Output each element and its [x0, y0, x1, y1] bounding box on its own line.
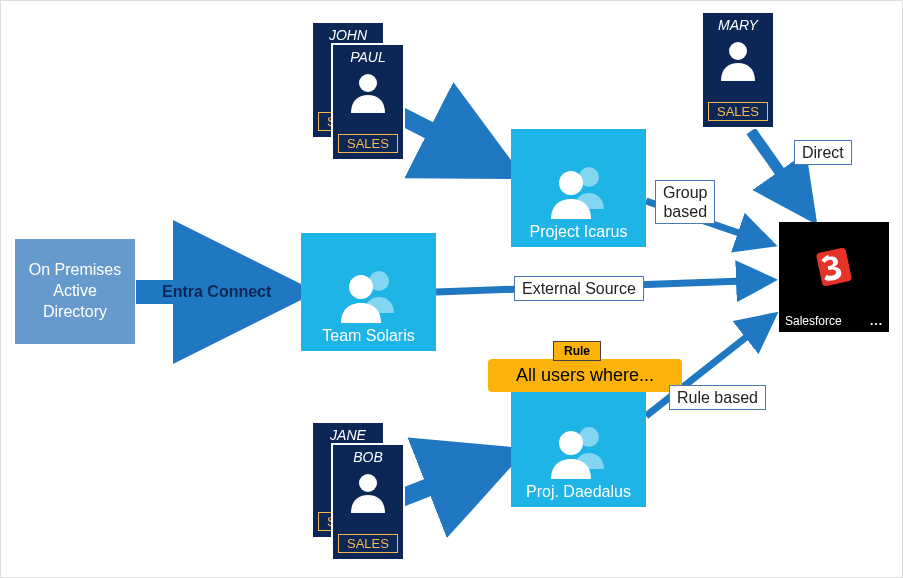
group-team-solaris: Team Solaris: [301, 233, 436, 351]
group-label: Proj. Daedalus: [526, 483, 631, 501]
group-icon: [333, 267, 405, 323]
user-name: BOB: [353, 449, 383, 465]
salesforce-tile[interactable]: Salesforce ...: [779, 222, 889, 332]
onprem-ad-node: On Premises Active Directory: [15, 239, 135, 344]
rule-box: All users where...: [488, 359, 682, 392]
svg-point-10: [559, 171, 583, 195]
group-icon: [543, 423, 615, 479]
group-label: Project Icarus: [530, 223, 628, 241]
user-dept: SALES: [338, 134, 398, 153]
user-stack-jane-bob: JANE SALES BOB SALES: [311, 421, 411, 561]
svg-point-14: [359, 74, 377, 92]
user-name: JANE: [330, 427, 366, 443]
rule-tag: Rule: [553, 341, 601, 361]
svg-point-16: [359, 474, 377, 492]
group-proj-daedalus: Proj. Daedalus: [511, 389, 646, 507]
group-project-icarus: Project Icarus: [511, 129, 646, 247]
user-name: MARY: [718, 17, 758, 33]
svg-line-1: [401, 116, 509, 171]
salesforce-icon: [779, 222, 889, 311]
ellipsis-icon[interactable]: ...: [870, 314, 883, 328]
user-stack-john-paul: JOHN SALES PAUL SALES: [311, 21, 411, 161]
user-dept: SALES: [338, 534, 398, 553]
label-direct: Direct: [794, 140, 852, 165]
label-entra-connect: Entra Connect: [155, 280, 278, 303]
label-group-based: Group based: [655, 180, 715, 224]
user-dept: SALES: [708, 102, 768, 121]
label-rule-based: Rule based: [669, 385, 766, 410]
group-label: Team Solaris: [322, 327, 414, 345]
user-name: PAUL: [350, 49, 386, 65]
person-icon: [716, 37, 760, 81]
person-icon: [346, 469, 390, 513]
svg-line-2: [401, 455, 511, 498]
user-card-mary: MARY SALES: [701, 11, 775, 129]
svg-point-17: [729, 42, 747, 60]
svg-point-8: [349, 275, 373, 299]
svg-point-12: [559, 431, 583, 455]
user-name: JOHN: [329, 27, 367, 43]
label-external-source: External Source: [514, 276, 644, 301]
salesforce-label: Salesforce: [785, 314, 842, 328]
user-card-bob: BOB SALES: [331, 443, 405, 561]
person-icon: [346, 69, 390, 113]
group-icon: [543, 163, 615, 219]
user-card-paul: PAUL SALES: [331, 43, 405, 161]
